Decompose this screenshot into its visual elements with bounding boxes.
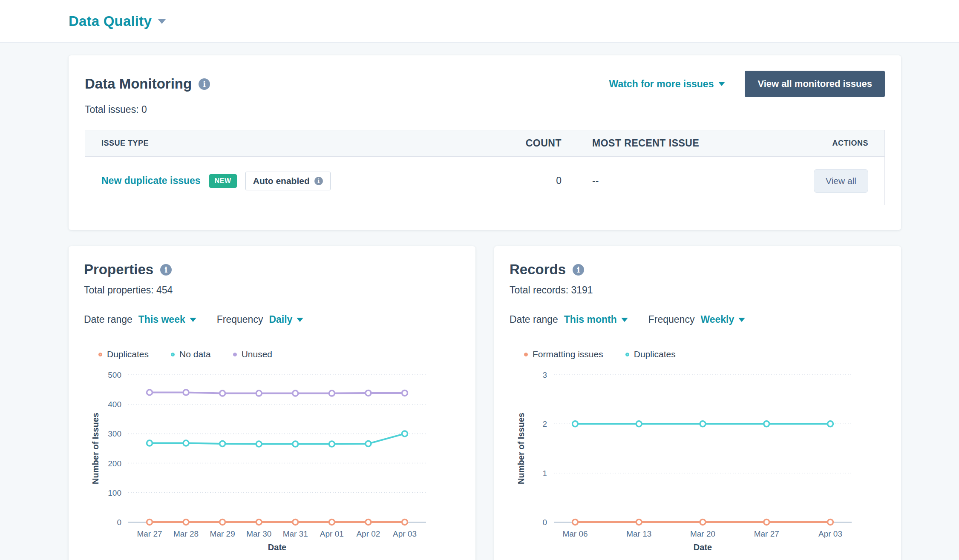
properties-title: Properties: [84, 261, 153, 278]
data-monitoring-title: Data Monitoring: [85, 76, 192, 92]
frequency-label: Frequency: [648, 314, 695, 325]
svg-text:Date: Date: [268, 543, 286, 552]
info-icon: [314, 177, 323, 185]
svg-text:Mar 30: Mar 30: [246, 529, 271, 538]
svg-text:Mar 06: Mar 06: [562, 529, 587, 538]
svg-text:100: 100: [108, 488, 121, 497]
table-row: New duplicate issues NEW Auto enabled 0 …: [85, 157, 884, 205]
watch-for-more-issues-label: Watch for more issues: [609, 78, 714, 90]
view-all-monitored-issues-button[interactable]: View all monitored issues: [745, 71, 885, 97]
total-records-label: Total records: 3191: [510, 284, 886, 296]
header-most-recent-issue: MOST RECENT ISSUE: [562, 138, 766, 149]
svg-text:Apr 03: Apr 03: [393, 529, 417, 538]
svg-text:Mar 27: Mar 27: [754, 529, 779, 538]
frequency-dropdown[interactable]: Daily: [269, 314, 303, 325]
data-monitoring-card: Data Monitoring Watch for more issues Vi…: [69, 55, 901, 230]
auto-enabled-label: Auto enabled: [253, 176, 310, 186]
view-all-button[interactable]: View all: [814, 169, 868, 193]
svg-text:Number of Issues: Number of Issues: [516, 413, 526, 484]
svg-text:Mar 13: Mar 13: [626, 529, 651, 538]
total-properties-label: Total properties: 454: [84, 284, 460, 296]
svg-text:Apr 01: Apr 01: [320, 529, 344, 538]
info-icon[interactable]: [160, 264, 172, 276]
chevron-down-icon: [190, 318, 196, 322]
header-issue-type: ISSUE TYPE: [101, 139, 502, 148]
svg-text:Mar 27: Mar 27: [137, 529, 162, 538]
legend-label: Formatting issues: [533, 349, 603, 359]
info-icon[interactable]: [573, 264, 584, 276]
header-actions: ACTIONS: [766, 139, 868, 148]
svg-text:Mar 29: Mar 29: [210, 529, 235, 538]
records-chart-legend: Formatting issuesDuplicates: [524, 349, 886, 359]
svg-text:500: 500: [108, 370, 121, 379]
frequency-value: Daily: [269, 314, 292, 325]
svg-text:0: 0: [117, 518, 121, 527]
svg-text:Date: Date: [694, 543, 712, 552]
legend-item-formatting-issues[interactable]: Formatting issues: [524, 349, 603, 359]
records-title: Records: [510, 261, 566, 278]
page-title-dropdown[interactable]: Data Quality: [69, 13, 166, 29]
legend-item-unused[interactable]: Unused: [233, 349, 272, 359]
frequency-dropdown[interactable]: Weekly: [700, 314, 745, 325]
svg-text:Mar 31: Mar 31: [283, 529, 308, 538]
date-range-label: Date range: [510, 314, 558, 325]
date-range-value: This week: [138, 314, 185, 325]
header-count: COUNT: [502, 138, 562, 149]
svg-text:1: 1: [542, 469, 547, 478]
legend-label: Unused: [242, 349, 272, 359]
svg-text:Number of Issues: Number of Issues: [91, 413, 100, 484]
top-navigation-bar: Data Quality: [0, 0, 959, 43]
date-range-dropdown[interactable]: This week: [138, 314, 196, 325]
legend-marker-icon: [171, 353, 175, 356]
properties-card: Properties Total properties: 454 Date ra…: [69, 246, 475, 560]
legend-item-duplicates[interactable]: Duplicates: [625, 349, 676, 359]
svg-text:2: 2: [542, 419, 547, 428]
frequency-label: Frequency: [217, 314, 263, 325]
legend-marker-icon: [98, 353, 102, 356]
legend-marker-icon: [233, 353, 237, 356]
properties-line-chart: 0100200300400500Mar 27Mar 28Mar 29Mar 30…: [87, 369, 432, 552]
watch-for-more-issues-dropdown[interactable]: Watch for more issues: [609, 78, 726, 90]
legend-label: Duplicates: [107, 349, 149, 359]
date-range-dropdown[interactable]: This month: [564, 314, 628, 325]
svg-text:0: 0: [542, 518, 547, 527]
legend-label: No data: [179, 349, 211, 359]
frequency-value: Weekly: [700, 314, 734, 325]
table-header-row: ISSUE TYPE COUNT MOST RECENT ISSUE ACTIO…: [85, 130, 884, 157]
monitored-issues-table: ISSUE TYPE COUNT MOST RECENT ISSUE ACTIO…: [85, 130, 885, 205]
page-content: Data Monitoring Watch for more issues Vi…: [0, 43, 959, 560]
page-title: Data Quality: [69, 13, 152, 29]
chevron-down-icon: [621, 318, 628, 322]
svg-text:Apr 03: Apr 03: [818, 529, 842, 538]
svg-text:300: 300: [108, 429, 121, 438]
issue-count-value: 0: [502, 175, 562, 187]
chevron-down-icon: [738, 318, 745, 322]
info-icon[interactable]: [199, 78, 210, 90]
svg-text:3: 3: [542, 370, 547, 379]
records-line-chart: 0123Mar 06Mar 13Mar 20Mar 27Apr 03DateNu…: [513, 369, 858, 552]
legend-item-duplicates[interactable]: Duplicates: [98, 349, 149, 359]
svg-text:Apr 02: Apr 02: [356, 529, 380, 538]
total-issues-label: Total issues: 0: [85, 104, 885, 115]
date-range-label: Date range: [84, 314, 132, 325]
svg-text:Mar 20: Mar 20: [690, 529, 715, 538]
new-badge: NEW: [209, 174, 237, 188]
svg-text:200: 200: [108, 459, 121, 468]
properties-chart-legend: DuplicatesNo dataUnused: [98, 349, 460, 359]
most-recent-issue-value: --: [562, 175, 766, 187]
chevron-down-icon: [297, 318, 303, 322]
date-range-value: This month: [564, 314, 617, 325]
svg-text:Mar 28: Mar 28: [173, 529, 199, 538]
legend-marker-icon: [524, 353, 528, 356]
new-duplicate-issues-link[interactable]: New duplicate issues: [101, 175, 201, 187]
svg-text:400: 400: [108, 400, 121, 409]
legend-label: Duplicates: [634, 349, 676, 359]
records-card: Records Total records: 3191 Date range T…: [494, 246, 901, 560]
auto-enabled-button[interactable]: Auto enabled: [245, 172, 331, 190]
legend-item-no-data[interactable]: No data: [171, 349, 211, 359]
chevron-down-icon: [718, 82, 725, 86]
legend-marker-icon: [625, 353, 629, 356]
chevron-down-icon: [158, 19, 166, 24]
